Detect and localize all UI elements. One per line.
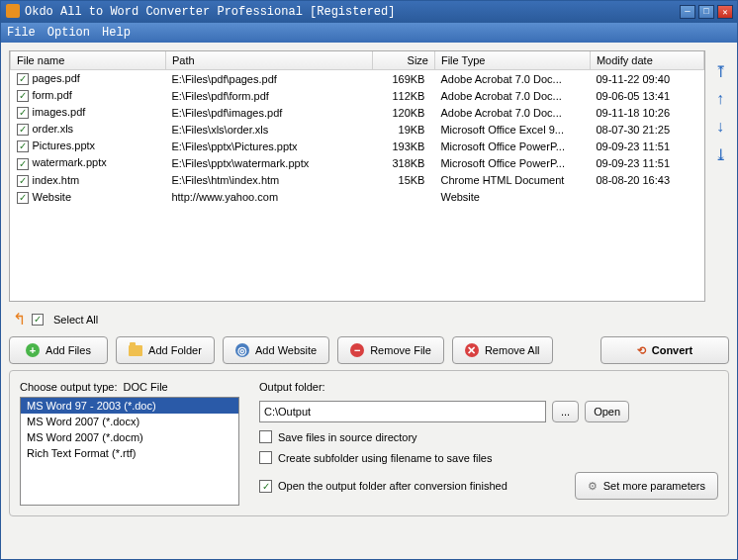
col-date[interactable]: Modify date <box>590 51 703 70</box>
list-item[interactable]: MS Word 2007 (*.docx) <box>21 414 238 429</box>
save-source-checkbox[interactable] <box>259 430 272 443</box>
maximize-button[interactable]: □ <box>698 5 714 19</box>
row-checkbox[interactable] <box>17 140 29 152</box>
select-all-label: Select All <box>53 314 98 326</box>
select-all-checkbox[interactable] <box>32 314 44 326</box>
col-type[interactable]: File Type <box>434 51 590 70</box>
save-source-label: Save files in source directory <box>278 431 417 443</box>
move-up-button[interactable]: ↑ <box>711 90 729 108</box>
menu-option[interactable]: Option <box>47 26 90 40</box>
menubar: File Option Help <box>1 23 737 43</box>
move-down-button[interactable]: ↓ <box>711 118 729 136</box>
output-folder-label: Output folder: <box>259 381 718 393</box>
move-bottom-button[interactable]: ⤓ <box>711 145 729 163</box>
minus-icon: − <box>350 343 364 357</box>
table-row[interactable]: pages.pdfE:\Files\pdf\pages.pdf169KBAdob… <box>11 70 704 88</box>
row-checkbox[interactable] <box>17 192 29 204</box>
open-after-checkbox[interactable] <box>259 480 272 493</box>
create-subfolder-checkbox[interactable] <box>259 451 272 464</box>
minimize-button[interactable]: ─ <box>680 5 695 19</box>
row-checkbox[interactable] <box>17 90 29 102</box>
col-path[interactable]: Path <box>165 51 372 70</box>
menu-help[interactable]: Help <box>102 26 131 40</box>
titlebar: Okdo All to Word Converter Professional … <box>1 1 737 23</box>
table-row[interactable]: form.pdfE:\Files\pdf\form.pdf112KBAdobe … <box>11 87 704 104</box>
set-parameters-button[interactable]: ⚙ Set more parameters <box>575 472 718 500</box>
table-row[interactable]: images.pdfE:\Files\pdf\images.pdf120KBAd… <box>11 104 704 121</box>
folder-icon <box>129 345 142 356</box>
remove-file-button[interactable]: − Remove File <box>337 336 444 364</box>
remove-all-button[interactable]: ✕ Remove All <box>452 336 553 364</box>
list-item[interactable]: MS Word 2007 (*.docm) <box>21 429 238 445</box>
table-row[interactable]: index.htmE:\Files\htm\index.htm15KBChrom… <box>11 172 704 189</box>
open-folder-button[interactable]: Open <box>585 401 629 422</box>
output-folder-input[interactable] <box>259 401 546 422</box>
app-icon <box>6 4 20 18</box>
table-row[interactable]: Pictures.pptxE:\Files\pptx\Pictures.pptx… <box>11 138 704 154</box>
convert-button[interactable]: ⟲ Convert <box>600 336 729 364</box>
row-checkbox[interactable] <box>17 175 29 187</box>
table-row[interactable]: Websitehttp://www.yahoo.comWebsite <box>11 189 704 206</box>
table-row[interactable]: order.xlsE:\Files\xls\order.xls19KBMicro… <box>11 121 704 138</box>
row-checkbox[interactable] <box>17 158 29 170</box>
up-folder-icon[interactable]: ↰ <box>13 310 26 328</box>
add-files-button[interactable]: + Add Files <box>9 336 108 364</box>
globe-icon: ◎ <box>235 343 249 357</box>
output-type-current: DOC File <box>123 381 167 393</box>
col-filename[interactable]: File name <box>11 51 166 70</box>
plus-icon: + <box>26 343 40 357</box>
list-item[interactable]: MS Word 97 - 2003 (*.doc) <box>21 398 238 414</box>
move-top-button[interactable]: ⤒ <box>711 62 729 80</box>
browse-button[interactable]: ... <box>552 401 579 422</box>
titlebar-text: Okdo All to Word Converter Professional … <box>5 5 680 19</box>
create-subfolder-label: Create subfolder using filename to save … <box>278 452 492 464</box>
add-folder-button[interactable]: Add Folder <box>116 336 215 364</box>
output-type-label: Choose output type: <box>20 381 117 393</box>
output-type-list[interactable]: MS Word 97 - 2003 (*.doc)MS Word 2007 (*… <box>20 397 239 506</box>
menu-file[interactable]: File <box>7 26 36 40</box>
add-website-button[interactable]: ◎ Add Website <box>223 336 329 364</box>
file-list[interactable]: File name Path Size File Type Modify dat… <box>9 50 705 302</box>
list-item[interactable]: Rich Text Format (*.rtf) <box>21 445 238 461</box>
row-checkbox[interactable] <box>17 73 29 85</box>
table-row[interactable]: watermark.pptxE:\Files\pptx\watermark.pp… <box>11 154 704 171</box>
col-size[interactable]: Size <box>373 51 435 70</box>
row-checkbox[interactable] <box>17 107 29 119</box>
row-checkbox[interactable] <box>17 124 29 136</box>
gear-icon: ⚙ <box>588 480 598 493</box>
x-icon: ✕ <box>465 343 479 357</box>
convert-icon: ⟲ <box>637 344 646 357</box>
close-button[interactable]: ✕ <box>717 5 733 19</box>
open-after-label: Open the output folder after conversion … <box>278 480 507 492</box>
